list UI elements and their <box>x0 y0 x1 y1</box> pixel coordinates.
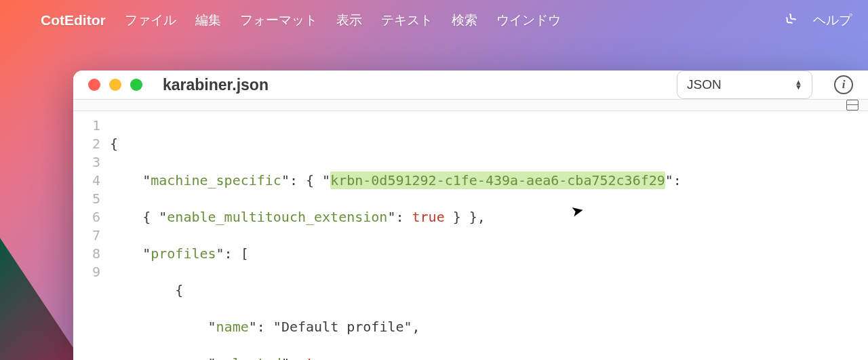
syntax-dropdown-value: JSON <box>687 77 722 92</box>
app-menu[interactable]: CotEditor <box>41 12 106 28</box>
editor-window: karabiner.json JSON ▲▼ i 1 2 3 4 5 6 7 8… <box>73 71 868 360</box>
line-number-gutter: 1 2 3 4 5 6 7 8 9 <box>73 117 110 360</box>
code-editor[interactable]: 1 2 3 4 5 6 7 8 9 { "machine_specific": … <box>73 111 868 360</box>
zoom-button[interactable] <box>130 79 142 91</box>
menu-view[interactable]: 表示 <box>336 12 362 29</box>
menu-format[interactable]: フォーマット <box>240 12 317 29</box>
highlighted-selection: krbn-0d591292-c1fe-439a-aea6-cba752c36f2… <box>330 172 665 189</box>
titlebar: karabiner.json JSON ▲▼ i <box>73 71 868 99</box>
menu-file[interactable]: ファイル <box>125 12 176 29</box>
split-view-icon[interactable] <box>846 100 859 111</box>
info-button[interactable]: i <box>834 75 853 94</box>
minimize-button[interactable] <box>109 79 121 91</box>
menu-help[interactable]: ヘルプ <box>813 12 852 29</box>
code-content[interactable]: { "machine_specific": { "krbn-0d591292-c… <box>110 117 868 360</box>
chevron-up-down-icon: ▲▼ <box>795 80 802 89</box>
menu-find[interactable]: 検索 <box>452 12 477 29</box>
menubar: CotEditor ファイル 編集 フォーマット 表示 テキスト 検索 ウインド… <box>0 0 868 41</box>
sub-toolbar <box>73 99 868 111</box>
info-icon: i <box>842 78 846 92</box>
menu-window[interactable]: ウインドウ <box>496 12 561 29</box>
menu-text[interactable]: テキスト <box>381 12 433 29</box>
menu-edit[interactable]: 編集 <box>195 12 221 29</box>
scripts-menu-icon[interactable] <box>782 13 797 28</box>
traffic-lights <box>88 79 142 91</box>
close-button[interactable] <box>88 79 100 91</box>
syntax-dropdown[interactable]: JSON ▲▼ <box>677 71 812 99</box>
document-title: karabiner.json <box>163 76 269 94</box>
